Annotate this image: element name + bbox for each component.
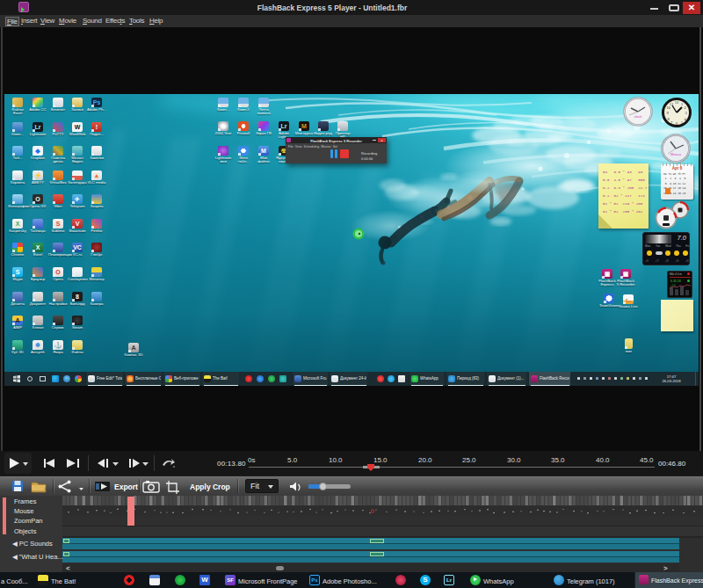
svg-text:10: 10: [666, 105, 670, 110]
svg-text:12: 12: [675, 100, 679, 105]
svg-text:2: 2: [684, 105, 685, 110]
svg-text:Mosca: Mosca: [670, 152, 682, 156]
svg-text:1: 1: [681, 102, 683, 106]
svg-text:clock: clock: [634, 114, 641, 119]
